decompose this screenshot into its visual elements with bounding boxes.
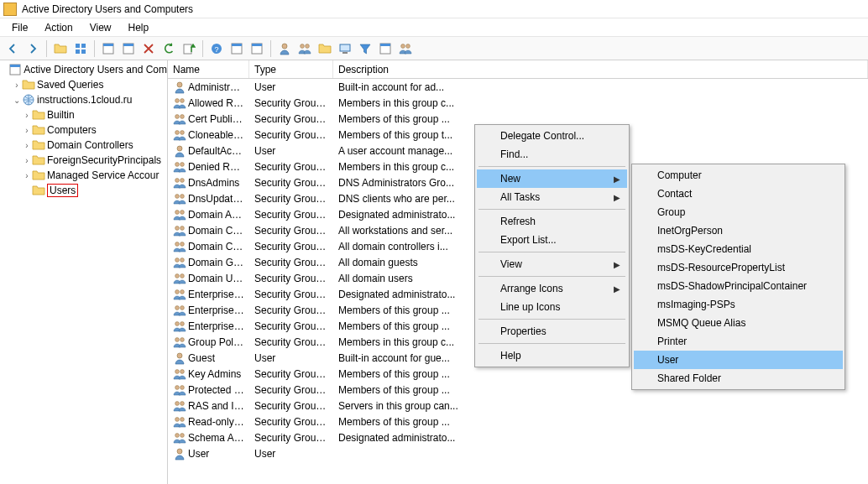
- ctx-new-user[interactable]: User: [634, 351, 843, 369]
- ctx-properties[interactable]: Properties: [477, 322, 627, 341]
- ctx-new-contact[interactable]: Contact: [634, 185, 843, 203]
- ctx-new-inetorgperson[interactable]: InetOrgPerson: [634, 221, 843, 240]
- col-header-type[interactable]: Type: [249, 60, 333, 78]
- menu-file[interactable]: File: [3, 18, 36, 36]
- list-row[interactable]: Schema Ad...Security Group...Designated …: [168, 429, 868, 445]
- list-row[interactable]: RAS and IAS ...Security Group...Servers …: [168, 398, 868, 414]
- list-row[interactable]: AdministratorUserBuilt-in account for ad…: [168, 79, 868, 95]
- tree-users[interactable]: Users: [0, 183, 167, 198]
- ctx-new-msmq-queue-alias[interactable]: MSMQ Queue Alias: [634, 314, 843, 332]
- expand-icon[interactable]: ›: [22, 111, 32, 120]
- tb-help-icon[interactable]: [207, 39, 226, 58]
- item-name-label: Group Polic...: [188, 336, 244, 348]
- menu-help[interactable]: Help: [120, 18, 158, 36]
- cell-description: Designated administrato...: [333, 209, 472, 221]
- submenu-arrow-icon: ▶: [614, 193, 620, 202]
- tb-new-computer-icon[interactable]: [336, 39, 354, 58]
- ctx-line-up-icons[interactable]: Line up Icons: [477, 298, 627, 316]
- expand-icon[interactable]: ›: [22, 126, 32, 135]
- ctx-new-shared-folder[interactable]: Shared Folder: [634, 369, 843, 388]
- tb-back-icon[interactable]: [3, 39, 22, 58]
- ctx-find[interactable]: Find...: [477, 145, 627, 164]
- cell-description: Servers in this group can...: [333, 400, 472, 412]
- tb-cut-icon[interactable]: [99, 39, 118, 58]
- item-name-label: DnsAdmins: [188, 177, 244, 189]
- tb-delete-icon[interactable]: [139, 39, 158, 58]
- item-name-label: Enterprise K...: [188, 304, 244, 316]
- group-icon: [173, 240, 186, 253]
- ctx-export-list[interactable]: Export List...: [477, 231, 627, 249]
- col-header-description[interactable]: Description: [333, 60, 868, 78]
- cell-description: Members in this group c...: [333, 161, 472, 173]
- list-row[interactable]: Allowed RO...Security Group...Members in…: [168, 95, 868, 111]
- ctx-new-msds-keycredential[interactable]: msDS-KeyCredential: [634, 240, 843, 258]
- ctx-new-printer[interactable]: Printer: [634, 332, 843, 351]
- list-row[interactable]: UserUser: [168, 445, 868, 461]
- tb-export-icon[interactable]: [180, 39, 198, 58]
- app-icon: [3, 3, 17, 16]
- ctx-separator: [478, 209, 625, 210]
- cell-type: Security Group...: [249, 161, 333, 173]
- tb-new-user-icon[interactable]: [275, 39, 294, 58]
- tb-search-icon[interactable]: [376, 39, 395, 58]
- ctx-new[interactable]: New▶: [477, 169, 627, 188]
- list-row[interactable]: Read-only D...Security Group...Members o…: [168, 414, 868, 429]
- collapse-icon[interactable]: ⌄: [12, 96, 22, 105]
- folder-icon: [32, 184, 45, 197]
- menu-action[interactable]: Action: [36, 18, 81, 36]
- expand-icon[interactable]: ›: [22, 156, 32, 165]
- ctx-new-msimaging-psps[interactable]: msImaging-PSPs: [634, 295, 843, 314]
- cell-name: DnsAdmins: [168, 176, 249, 190]
- cell-name: Domain Gue...: [168, 256, 249, 269]
- context-submenu-new[interactable]: ComputerContactGroupInetOrgPersonmsDS-Ke…: [631, 164, 845, 390]
- tree-root[interactable]: Active Directory Users and Com: [0, 62, 167, 77]
- expand-icon[interactable]: ›: [22, 141, 32, 150]
- tree-domain[interactable]: ⌄ instructions.1cloud.ru: [0, 92, 167, 107]
- expand-icon[interactable]: ›: [22, 171, 32, 180]
- item-name-label: Administrator: [188, 81, 244, 93]
- tb-up-icon[interactable]: [51, 39, 70, 58]
- tb-forward-icon[interactable]: [24, 39, 42, 58]
- item-name-label: Denied ROD...: [188, 161, 244, 173]
- ctx-arrange-icons[interactable]: Arrange Icons▶: [477, 279, 627, 298]
- cell-description: Members in this group c...: [333, 97, 472, 109]
- tb-filter-icon[interactable]: [356, 39, 374, 58]
- ctx-delegate-control[interactable]: Delegate Control...: [477, 127, 627, 145]
- menu-view[interactable]: View: [81, 18, 120, 36]
- tree-node[interactable]: ›Builtin: [0, 107, 167, 122]
- tb-properties-icon[interactable]: [227, 39, 246, 58]
- cell-description: Built-in account for ad...: [333, 81, 472, 93]
- ctx-new-msds-resourcepropertylist[interactable]: msDS-ResourcePropertyList: [634, 258, 843, 277]
- expand-icon[interactable]: ›: [12, 81, 22, 90]
- ctx-all-tasks[interactable]: All Tasks▶: [477, 188, 627, 206]
- tb-find-icon[interactable]: [248, 39, 266, 58]
- group-icon: [173, 272, 186, 285]
- tb-grid-icon[interactable]: [71, 39, 90, 58]
- tb-new-ou-icon[interactable]: [316, 39, 334, 58]
- tb-query-icon[interactable]: [396, 39, 415, 58]
- tree-saved-queries[interactable]: › Saved Queries: [0, 77, 167, 92]
- ctx-view[interactable]: View▶: [477, 255, 627, 273]
- context-menu[interactable]: Delegate Control... Find... New▶ All Tas…: [474, 124, 630, 367]
- tree-node[interactable]: ›Managed Service Accour: [0, 168, 167, 183]
- ctx-new-group[interactable]: Group: [634, 203, 843, 221]
- tb-new-group-icon[interactable]: [295, 39, 314, 58]
- domain-icon: [22, 93, 35, 107]
- ctx-new-computer[interactable]: Computer: [634, 166, 843, 185]
- cell-description: Members of this group ...: [333, 304, 472, 316]
- ctx-separator: [478, 252, 625, 252]
- tree-node[interactable]: ›Computers: [0, 122, 167, 138]
- tree-node[interactable]: ›ForeignSecurityPrincipals: [0, 153, 167, 168]
- tb-copy-icon[interactable]: [119, 39, 138, 58]
- ctx-refresh[interactable]: Refresh: [477, 212, 627, 231]
- folder-icon: [32, 138, 45, 152]
- tb-refresh-icon[interactable]: [159, 39, 178, 58]
- ctx-new-msds-shadowprincipalcontainer[interactable]: msDS-ShadowPrincipalContainer: [634, 277, 843, 295]
- tree-node[interactable]: ›Domain Controllers: [0, 138, 167, 153]
- cell-description: All workstations and ser...: [333, 225, 472, 237]
- group-icon: [173, 176, 186, 190]
- ctx-help[interactable]: Help: [477, 346, 627, 365]
- col-header-name[interactable]: Name: [168, 60, 249, 78]
- tree-pane[interactable]: Active Directory Users and Com › Saved Q…: [0, 60, 168, 484]
- ctx-separator: [478, 343, 625, 344]
